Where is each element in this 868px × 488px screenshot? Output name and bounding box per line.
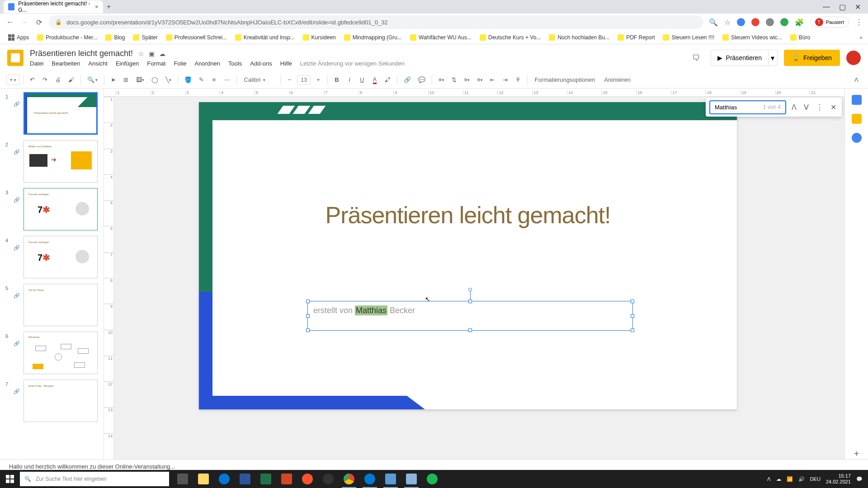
- underline-button[interactable]: U: [357, 75, 368, 85]
- window-maximize-icon[interactable]: ▢: [839, 3, 846, 11]
- slide-title-text[interactable]: Präsentieren leicht gemacht!: [199, 202, 737, 229]
- menu-help[interactable]: Hilfe: [280, 60, 292, 67]
- align-button[interactable]: ≡▾: [436, 75, 447, 85]
- italic-button[interactable]: I: [344, 75, 355, 85]
- slide-thumbnail-1[interactable]: Präsentieren leicht gemacht!: [24, 92, 98, 135]
- tray-expand-icon[interactable]: ᐱ: [767, 476, 771, 482]
- language-indicator[interactable]: DEU: [810, 476, 821, 482]
- extensions-menu-icon[interactable]: 🧩: [795, 18, 804, 27]
- format-options-button[interactable]: Formatierungsoptionen: [531, 75, 599, 85]
- back-button[interactable]: ←: [5, 18, 14, 26]
- bookmarks-overflow-icon[interactable]: »: [859, 34, 863, 41]
- onedrive-icon[interactable]: ☁: [776, 476, 781, 482]
- slide-thumbnail-7[interactable]: Erste Folie - Beispiel: [24, 380, 98, 422]
- brave-app[interactable]: [297, 470, 317, 488]
- close-tab-icon[interactable]: ×: [95, 3, 99, 10]
- resize-handle[interactable]: [631, 300, 634, 303]
- paint-format-button[interactable]: 🖌: [66, 75, 77, 85]
- bookmark-item[interactable]: Produktsuche - Mer...: [34, 33, 100, 42]
- explorer-app[interactable]: [193, 470, 213, 488]
- profile-pause-pill[interactable]: T Pausiert: [810, 17, 849, 28]
- star-icon[interactable]: ☆: [138, 50, 144, 57]
- bookmark-item[interactable]: Steuern Lesen !!!!: [660, 33, 717, 42]
- present-button[interactable]: ▶ Präsentieren: [711, 50, 769, 66]
- font-size-decrease[interactable]: −: [284, 75, 295, 85]
- menu-edit[interactable]: Bearbeiten: [52, 60, 80, 67]
- redo-button[interactable]: ↷: [40, 75, 51, 85]
- new-slide-button[interactable]: +▾: [6, 75, 19, 85]
- chrome-app[interactable]: [339, 470, 359, 488]
- calendar-icon[interactable]: [852, 95, 862, 105]
- word-app[interactable]: [235, 470, 255, 488]
- bookmark-item[interactable]: Professionell Schrei...: [163, 33, 230, 42]
- resize-handle[interactable]: [468, 328, 472, 332]
- window-close-icon[interactable]: ✕: [855, 3, 861, 11]
- subtitle-text[interactable]: erstellt von Matthias Becker: [308, 301, 632, 320]
- bold-button[interactable]: B: [331, 75, 342, 85]
- present-dropdown[interactable]: ▾: [769, 50, 778, 66]
- comment-button[interactable]: 💬: [415, 75, 428, 85]
- numbered-list-button[interactable]: ≡▾: [462, 75, 473, 85]
- last-change-text[interactable]: Letzte Änderung vor wenigen Sekunden: [300, 60, 405, 67]
- text-color-button[interactable]: A: [369, 74, 380, 86]
- bookmark-star-icon[interactable]: ☆: [724, 18, 731, 27]
- font-select[interactable]: Calibri ▾: [241, 76, 277, 83]
- textbox-tool[interactable]: ⊞: [121, 75, 132, 85]
- slides-logo-icon[interactable]: [7, 50, 24, 66]
- border-dash-button[interactable]: ⋯: [222, 75, 233, 85]
- menu-addons[interactable]: Add-ons: [250, 60, 272, 67]
- link-button[interactable]: 🔗: [401, 75, 414, 85]
- bookmark-item[interactable]: Blog: [103, 33, 127, 42]
- resize-handle[interactable]: [306, 300, 310, 303]
- menu-format[interactable]: Format: [147, 60, 165, 67]
- extension-icon[interactable]: [780, 18, 788, 26]
- bookmark-item[interactable]: Später: [130, 33, 160, 42]
- add-addon-icon[interactable]: +: [854, 449, 859, 459]
- bookmark-item[interactable]: Kreativität und Insp...: [232, 33, 297, 42]
- task-view-button[interactable]: [173, 470, 193, 488]
- bookmark-item[interactable]: Kursideen: [300, 33, 339, 42]
- notes-app[interactable]: [381, 470, 401, 488]
- slide-thumbnail-3[interactable]: Formen einfügen7✱: [24, 188, 98, 230]
- comments-button[interactable]: 🗨: [688, 50, 704, 66]
- select-tool[interactable]: ➤: [108, 75, 119, 85]
- browser-tab[interactable]: Präsentieren leicht gemacht! - G... ×: [4, 0, 103, 13]
- subtitle-textbox[interactable]: erstellt von Matthias Becker: [307, 301, 633, 331]
- powerpoint-app[interactable]: [277, 470, 297, 488]
- window-minimize-icon[interactable]: —: [823, 3, 830, 11]
- shape-tool[interactable]: ◯: [149, 75, 161, 85]
- image-tool[interactable]: 🖼▾: [133, 75, 147, 85]
- find-prev-icon[interactable]: ᐱ: [790, 101, 798, 113]
- obs-app[interactable]: [318, 470, 338, 488]
- undo-button[interactable]: ↶: [27, 75, 38, 85]
- notepad-app[interactable]: [401, 470, 421, 488]
- highlight-button[interactable]: 🖍: [382, 75, 393, 85]
- zoom-icon[interactable]: 🔍: [709, 18, 718, 27]
- slide-thumbnail-4[interactable]: Formen einfügen7✱: [24, 236, 98, 278]
- document-title[interactable]: Präsentieren leicht gemacht!: [30, 49, 133, 58]
- bookmark-item[interactable]: Steuern Videos wic...: [720, 33, 785, 42]
- extension-icon[interactable]: [766, 18, 774, 26]
- menu-tools[interactable]: Tools: [228, 60, 242, 67]
- find-close-icon[interactable]: ✕: [829, 101, 838, 113]
- bookmark-item[interactable]: Deutsche Kurs + Vo...: [477, 33, 543, 42]
- bulleted-list-button[interactable]: ≡▾: [474, 75, 486, 85]
- fill-color-button[interactable]: 🪣: [182, 75, 194, 85]
- volume-icon[interactable]: 🔊: [798, 476, 805, 482]
- rotate-handle[interactable]: [468, 288, 472, 291]
- system-clock[interactable]: 15:17 24.02.2021: [826, 473, 851, 485]
- menu-arrange[interactable]: Anordnen: [195, 60, 220, 67]
- slide-thumbnail-6[interactable]: Mindmap: [24, 332, 98, 374]
- bookmark-item[interactable]: Noch hochladen Bu...: [546, 33, 612, 42]
- slide-thumbnail-5[interactable]: Ich bin Texet: [24, 284, 98, 326]
- zoom-button[interactable]: 🔍▾: [85, 75, 100, 85]
- tasks-icon[interactable]: [852, 133, 862, 143]
- browser-menu-icon[interactable]: ⋮: [855, 18, 863, 27]
- address-bar[interactable]: 🔒 docs.google.com/presentation/d/1yV372S…: [49, 15, 703, 29]
- menu-slide[interactable]: Folie: [174, 60, 186, 67]
- bookmark-item[interactable]: Büro: [788, 33, 813, 42]
- resize-handle[interactable]: [306, 314, 310, 318]
- indent-decrease-button[interactable]: ⇤: [487, 75, 498, 85]
- line-spacing-button[interactable]: ⇅: [449, 75, 460, 85]
- share-button[interactable]: 🔒 Freigeben: [784, 50, 840, 66]
